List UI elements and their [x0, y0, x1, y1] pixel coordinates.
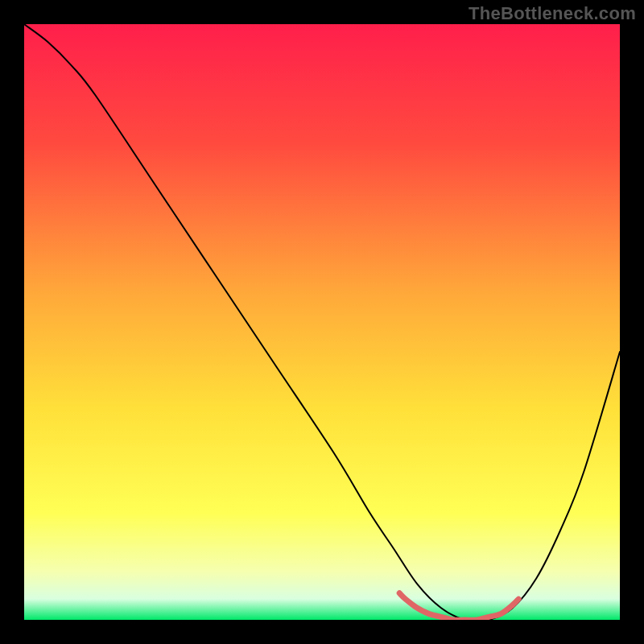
optimal-range-marker-path [399, 593, 518, 620]
watermark-text: TheBottleneck.com [469, 3, 636, 24]
bottleneck-curve-path [24, 24, 620, 620]
curve-layer [24, 24, 620, 620]
plot-area [24, 24, 620, 620]
chart-frame: TheBottleneck.com [0, 0, 644, 644]
